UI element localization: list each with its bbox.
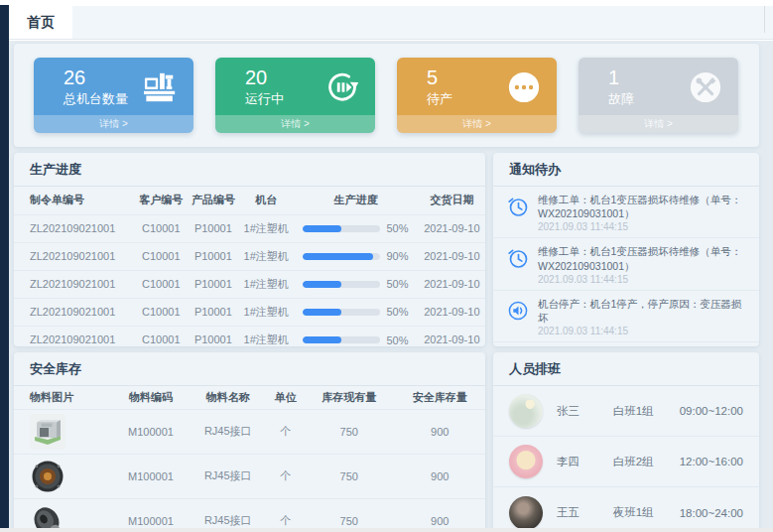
machine-name: 1#注塑机 [239,214,293,242]
stock-row: M100001RJ45接口个750900 [14,454,485,498]
clock-icon [507,196,529,217]
col-order-no: 制令单编号 [14,187,135,214]
progress-bar [303,225,380,232]
clock-icon [507,247,529,269]
notification-text: 维修工单：机台1变压器损坏待维修（单号：WX202109031001） [538,193,745,220]
notification-item[interactable]: 计划暂停：机台1生产计划已暂停2021.09.03 11:44:15 [493,342,759,346]
avatar [509,394,543,428]
production-table: 制令单编号 客户编号 产品编号 机台 生产进度 交货日期 ZL202109021… [14,187,485,346]
product-no: P10001 [188,214,240,242]
progress-percent: 90% [386,250,408,262]
stock-row: M100001RJ45接口个750900 [14,498,485,528]
notification-text: 机台停产：机台1停产，停产原因：变压器损坏 [538,297,745,325]
product-no: P10001 [188,242,240,270]
person-name: 张三 [557,404,613,419]
progress-bar [303,336,380,343]
material-name: RJ45接口 [189,454,267,498]
speaker-front-image [30,459,65,494]
progress-percent: 50% [386,278,408,290]
col-customer-no: 客户编号 [135,187,188,214]
notifications-list: 维修工单：机台1变压器损坏待维修（单号：WX202109031001）2021.… [493,187,759,346]
machine-name: 1#注塑机 [239,298,293,326]
progress-bar [303,309,380,316]
safety-qty: 900 [394,409,485,454]
machine-name: 1#注塑机 [239,242,293,270]
production-row: ZL202109021001C10001P100011#注塑机50%2021-0… [14,326,485,346]
personnel-row: 王五夜班1组18:00~24:00 [493,487,759,528]
progress-percent: 50% [386,334,408,346]
personnel-title: 人员排班 [493,352,759,386]
progress-cell: 50% [293,270,419,298]
card-total-machines-detail-link[interactable]: 详情 > [34,115,193,133]
personnel-panel: 人员排班 张三白班1组09:00~12:00李四白班2组12:00~16:00王… [493,352,759,528]
stock-row: M100001RJ45接口个750900 [14,409,485,454]
material-name: RJ45接口 [189,409,267,454]
person-shift-time: 09:00~12:00 [680,405,743,417]
avatar [509,445,543,478]
safety-qty: 900 [394,498,485,528]
notification-timestamp: 2021.09.03 11:44:15 [538,274,745,285]
card-pending[interactable]: 5 待产 详情 > [397,58,557,133]
product-no: P10001 [188,298,240,326]
current-qty: 750 [304,409,394,454]
progress-bar [303,253,380,260]
speaker-icon [507,300,529,322]
card-running-detail-link[interactable]: 详情 > [215,115,375,133]
unit: 个 [267,409,304,454]
col-safety-qty: 安全库存量 [394,386,485,409]
notifications-title: 通知待办 [493,153,759,187]
person-name: 李四 [557,455,613,469]
production-header-row: 制令单编号 客户编号 产品编号 机台 生产进度 交货日期 [14,187,485,214]
personnel-row: 李四白班2组12:00~16:00 [493,437,759,487]
person-shift-time: 18:00~24:00 [680,507,743,519]
production-row: ZL202109021001C10001P100011#注塑机50%2021-0… [14,214,485,242]
tab-home[interactable]: 首页 [9,6,72,39]
production-row: ZL202109021001C10001P100011#注塑机90%2021-0… [14,242,485,270]
due-date: 2021-09-10 [419,298,485,326]
progress-cell: 50% [293,326,419,346]
notification-item[interactable]: 机台停产：机台1停产，停产原因：变压器损坏2021.09.03 11:44:15 [493,291,759,342]
material-code: M100001 [113,409,189,454]
person-name: 王五 [557,505,613,520]
main-content: 26 总机台数量 详情 > 20 运行中 [9,41,773,528]
safety-stock-title: 安全库存 [14,352,485,386]
safety-stock-table: 物料图片 物料编码 物料名称 单位 库存现有量 安全库存量 M100001RJ4… [14,386,485,528]
card-fault[interactable]: 1 故障 详情 > [579,58,738,133]
material-image-cell [14,498,113,528]
collapsed-sidebar [0,5,9,532]
order-no: ZL202109021001 [14,214,135,242]
col-unit: 单位 [267,386,304,409]
notification-text: 维修工单：机台1变压器损坏待维修（单号：WX202109031001） [538,244,745,272]
production-row: ZL202109021001C10001P100011#注塑机50%2021-0… [14,270,485,298]
safety-stock-panel: 安全库存 物料图片 物料编码 物料名称 单位 库存现有量 安全库存量 M1000… [14,352,485,528]
avatar [509,496,543,529]
personnel-row: 张三白班1组09:00~12:00 [493,386,759,437]
unit: 个 [267,454,304,498]
customer-no: C10001 [135,242,188,270]
production-progress-panel: 生产进度 制令单编号 客户编号 产品编号 机台 生产进度 交货日期 ZL2021… [14,153,485,346]
safety-qty: 900 [394,454,485,498]
product-no: P10001 [188,270,240,298]
due-date: 2021-09-10 [419,214,485,242]
bottom-window-edge [0,528,773,532]
running-icon [325,70,359,104]
stat-cards-panel: 26 总机台数量 详情 > 20 运行中 [14,44,759,147]
col-due-date: 交货日期 [419,187,485,214]
customer-no: C10001 [135,214,188,242]
personnel-list: 张三白班1组09:00~12:00李四白班2组12:00~16:00王五夜班1组… [493,386,759,528]
production-row: ZL202109021001C10001P100011#注塑机50%2021-0… [14,298,485,326]
col-material-code: 物料编码 [113,386,189,409]
card-fault-detail-link[interactable]: 详情 > [579,115,738,133]
tools-icon [689,70,722,104]
order-no: ZL202109021001 [14,326,135,346]
card-running[interactable]: 20 运行中 详情 > [215,58,375,133]
col-machine: 机台 [239,187,293,214]
progress-percent: 50% [386,222,408,234]
notification-item[interactable]: 维修工单：机台1变压器损坏待维修（单号：WX202109031001）2021.… [493,238,759,290]
customer-no: C10001 [135,326,188,346]
notification-item[interactable]: 维修工单：机台1变压器损坏待维修（单号：WX202109031001）2021.… [493,187,759,238]
card-total-machines[interactable]: 26 总机台数量 详情 > [34,58,193,133]
col-product-no: 产品编号 [188,187,240,214]
card-pending-detail-link[interactable]: 详情 > [397,115,557,133]
due-date: 2021-09-10 [419,326,485,346]
